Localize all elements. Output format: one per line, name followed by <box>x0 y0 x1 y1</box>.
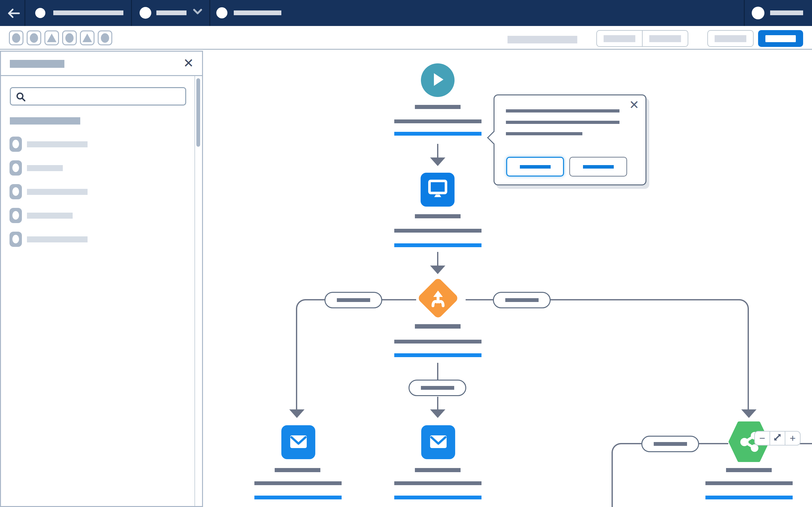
popup-close-button[interactable]: ✕ <box>629 98 639 112</box>
flow-node-email-left[interactable] <box>281 425 315 459</box>
arrow-left-icon <box>7 15 21 20</box>
node-title-placeholder <box>415 105 461 109</box>
nav-avatar-dot <box>140 7 151 19</box>
search-icon <box>16 92 26 103</box>
flow-node-start[interactable] <box>421 63 455 97</box>
hex-elbow <box>612 443 621 452</box>
toolbar-circle-button[interactable] <box>9 31 23 45</box>
flow-node-decision[interactable] <box>417 277 459 320</box>
flow-node-email-center[interactable] <box>421 425 455 459</box>
user-avatar <box>752 7 764 19</box>
email-icon <box>290 435 307 450</box>
node-link-placeholder <box>394 243 481 247</box>
scrollbar-thumb[interactable] <box>196 78 200 147</box>
connector-arrowhead <box>289 409 305 418</box>
toolbar-status-placeholder <box>507 36 577 43</box>
header-user-menu[interactable] <box>745 0 812 26</box>
element-thumbnail-icon <box>9 208 22 223</box>
element-list-item[interactable] <box>9 184 187 199</box>
element-list-item[interactable] <box>9 160 187 176</box>
node-link-placeholder <box>394 132 481 135</box>
connector-arrowhead <box>430 158 445 166</box>
toolbar-circle-button[interactable] <box>62 31 77 45</box>
play-icon <box>431 72 445 89</box>
element-list-item[interactable] <box>9 208 187 223</box>
node-desc-placeholder <box>705 481 793 485</box>
search-input[interactable] <box>29 89 182 104</box>
back-button[interactable] <box>7 7 21 20</box>
toolbar-triangle-button[interactable] <box>80 31 95 45</box>
zoom-controls: − + <box>754 431 801 446</box>
node-desc-placeholder <box>394 119 481 123</box>
panel-title-placeholder <box>10 60 64 68</box>
node-link-placeholder <box>705 496 793 499</box>
canvas-toolbar <box>0 26 812 50</box>
panel-close-button[interactable]: ✕ <box>183 55 194 71</box>
toolbar-triangle-button[interactable] <box>44 31 59 45</box>
branch-label-right[interactable] <box>493 292 551 308</box>
hex-connector-left <box>620 443 641 444</box>
nav-avatar-dot <box>216 7 227 18</box>
zoom-in-button[interactable]: + <box>785 432 800 445</box>
popup-primary-button[interactable] <box>506 157 564 176</box>
element-list-item[interactable] <box>9 232 187 247</box>
element-list-item[interactable] <box>9 136 187 152</box>
connector <box>437 144 438 158</box>
button-label-placeholder <box>520 165 551 169</box>
elements-panel: ✕ <box>0 51 203 507</box>
connector <box>437 363 438 380</box>
panel-section-label-placeholder <box>10 117 80 124</box>
header-nav-item-3[interactable] <box>210 0 287 26</box>
branch-label-placeholder <box>421 386 454 390</box>
circle-shape-icon <box>30 33 38 43</box>
popup-secondary-button[interactable] <box>569 157 627 176</box>
nav-avatar-dot <box>35 8 45 18</box>
scrollbar-track <box>194 76 195 506</box>
element-label-placeholder <box>27 189 88 195</box>
flow-node-screen[interactable] <box>420 173 455 207</box>
node-title-placeholder <box>415 324 461 329</box>
hex-connector-mid <box>699 443 728 444</box>
toolbar-segment-button-1[interactable] <box>597 31 642 46</box>
plus-icon: + <box>790 433 796 444</box>
triangle-shape-icon <box>83 34 92 42</box>
branch-label-center[interactable] <box>409 380 466 396</box>
button-label-placeholder <box>765 35 796 42</box>
button-label-placeholder <box>649 35 681 42</box>
branch-connector-left-down <box>296 308 297 409</box>
toolbar-segmented-group <box>596 30 688 47</box>
node-link-placeholder <box>254 496 342 499</box>
nav-label-placeholder <box>156 10 187 15</box>
node-desc-placeholder <box>394 340 481 343</box>
element-thumbnail-icon <box>9 160 22 176</box>
element-thumbnail-icon <box>9 184 22 199</box>
element-label-placeholder <box>27 236 88 242</box>
toolbar-segment-button-2[interactable] <box>642 31 688 46</box>
toolbar-circle-button[interactable] <box>27 31 41 45</box>
branch-label-left[interactable] <box>324 292 382 308</box>
header-nav-item-2[interactable] <box>132 0 209 26</box>
popup-text-placeholder <box>506 121 619 124</box>
close-icon: ✕ <box>629 98 639 112</box>
branch-label-placeholder <box>654 442 687 446</box>
toolbar-secondary-button[interactable] <box>707 30 754 47</box>
toolbar-primary-button[interactable] <box>758 30 803 47</box>
email-icon <box>429 435 447 450</box>
connector-arrowhead <box>741 409 757 418</box>
element-label-placeholder <box>27 213 72 219</box>
branch-elbow-right <box>740 299 749 308</box>
branch-label-hex[interactable] <box>641 436 699 452</box>
popup-text-placeholder <box>506 132 582 135</box>
zoom-out-button[interactable]: − <box>755 432 769 445</box>
element-label-placeholder <box>27 141 88 147</box>
search-box[interactable] <box>10 87 186 106</box>
merge-icon <box>425 285 451 311</box>
zoom-fit-button[interactable] <box>769 432 785 445</box>
button-label-placeholder <box>583 165 614 169</box>
button-label-placeholder <box>715 35 746 42</box>
header-nav-item-1[interactable] <box>26 0 131 26</box>
toolbar-circle-button[interactable] <box>98 31 112 45</box>
element-thumbnail-icon <box>9 136 22 152</box>
node-link-placeholder <box>394 353 481 357</box>
branch-label-placeholder <box>505 298 539 302</box>
